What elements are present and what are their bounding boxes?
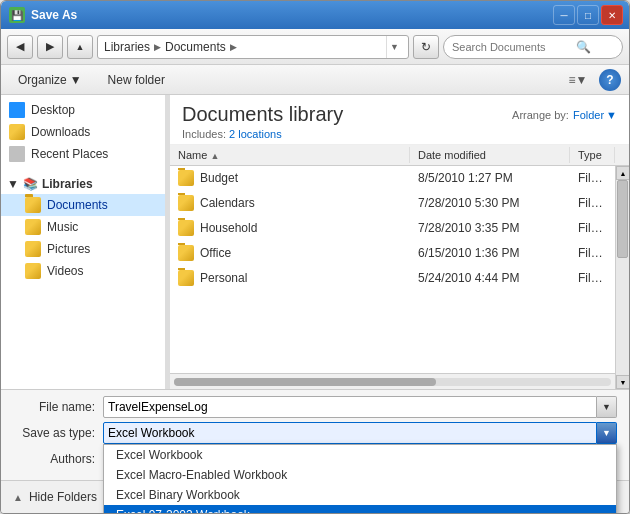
folder-icon [178, 195, 194, 211]
back-button[interactable]: ◀ [7, 35, 33, 59]
column-header-name[interactable]: Name ▲ [170, 147, 410, 163]
sidebar-item-label-downloads: Downloads [31, 125, 90, 139]
bottom-section: File name: ▼ Save as type: Excel Workboo… [1, 389, 629, 480]
savetype-label: Save as type: [13, 426, 103, 440]
library-locations-link[interactable]: 2 locations [229, 128, 282, 140]
hide-folders-button[interactable]: ▲ Hide Folders [13, 490, 97, 504]
sidebar-item-label-music: Music [47, 220, 78, 234]
file-type-cell: File fold... [570, 219, 615, 237]
actions-toolbar: Organize ▼ New folder ≡▼ ? [1, 65, 629, 95]
table-row[interactable]: Budget 8/5/2010 1:27 PM File fold... [170, 166, 615, 191]
forward-button[interactable]: ▶ [37, 35, 63, 59]
table-row[interactable]: Personal 5/24/2010 4:44 PM File fold... [170, 266, 615, 291]
help-button[interactable]: ? [599, 69, 621, 91]
file-date-cell: 7/28/2010 3:35 PM [410, 219, 570, 237]
sidebar-item-downloads[interactable]: Downloads [1, 121, 165, 143]
table-row[interactable]: Office 6/15/2010 1:36 PM File fold... [170, 241, 615, 266]
sidebar-item-recent[interactable]: Recent Places [1, 143, 165, 165]
file-name-cell: Personal [170, 268, 410, 288]
minimize-button[interactable]: ─ [553, 5, 575, 25]
sidebar-item-label-desktop: Desktop [31, 103, 75, 117]
main-area: Desktop Downloads Recent Places ▼ 📚 Libr… [1, 95, 629, 389]
horizontal-scrollbar[interactable] [170, 373, 615, 389]
file-type-cell: File fold... [570, 169, 615, 187]
column-header-type[interactable]: Type [570, 147, 615, 163]
savetype-option-excel-workbook[interactable]: Excel Workbook [104, 445, 616, 465]
help-label: ? [606, 73, 613, 87]
organize-button[interactable]: Organize ▼ [9, 70, 91, 90]
column-header-date[interactable]: Date modified [410, 147, 570, 163]
sidebar-item-videos[interactable]: Videos [1, 260, 165, 282]
title-bar: 💾 Save As ─ □ ✕ [1, 1, 629, 29]
address-libraries: Libraries [104, 40, 150, 54]
sidebar-item-desktop[interactable]: Desktop [1, 99, 165, 121]
filename-label: File name: [13, 400, 103, 414]
arrange-by-control: Arrange by: Folder ▼ [512, 109, 617, 121]
savetype-dropdown-menu: Excel Workbook Excel Macro-Enabled Workb… [103, 444, 617, 514]
libraries-section-header[interactable]: ▼ 📚 Libraries [1, 171, 165, 194]
vscroll-track [616, 180, 629, 375]
hide-folders-icon: ▲ [13, 492, 23, 503]
search-input[interactable] [452, 41, 572, 53]
address-dropdown-button[interactable]: ▼ [386, 36, 402, 58]
table-row[interactable]: Household 7/28/2010 3:35 PM File fold... [170, 216, 615, 241]
savetype-dropdown-button[interactable]: ▼ [597, 422, 617, 444]
library-subtitle: Includes: 2 locations [182, 128, 343, 140]
refresh-button[interactable]: ↻ [413, 35, 439, 59]
libraries-triangle-icon: ▼ [7, 177, 19, 191]
hscroll-thumb[interactable] [174, 378, 436, 386]
arrange-by-value[interactable]: Folder ▼ [573, 109, 617, 121]
title-bar-controls: ─ □ ✕ [553, 5, 623, 25]
desktop-icon [9, 102, 25, 118]
address-separator-2: ▶ [230, 42, 237, 52]
organize-label: Organize [18, 73, 67, 87]
window-icon: 💾 [9, 7, 25, 23]
filename-input[interactable] [103, 396, 597, 418]
vertical-scrollbar[interactable]: ▲ ▼ [615, 166, 629, 389]
navigation-panel: Desktop Downloads Recent Places ▼ 📚 Libr… [1, 95, 166, 389]
libraries-icon: 📚 [23, 177, 38, 191]
savetype-wrapper: Excel Workbook ▼ Excel Workbook Excel Ma… [103, 422, 617, 444]
sidebar-item-pictures[interactable]: Pictures [1, 238, 165, 260]
file-list: Budget 8/5/2010 1:27 PM File fold... Cal… [170, 166, 615, 373]
libraries-label: Libraries [42, 177, 93, 191]
search-icon: 🔍 [576, 40, 591, 54]
view-button[interactable]: ≡▼ [565, 68, 591, 92]
content-body: Budget 8/5/2010 1:27 PM File fold... Cal… [170, 166, 629, 389]
sidebar-item-documents[interactable]: Documents [1, 194, 165, 216]
save-as-dialog: 💾 Save As ─ □ ✕ ◀ ▶ ▲ Libraries ▶ Docume… [0, 0, 630, 514]
recent-icon [9, 146, 25, 162]
organize-arrow-icon: ▼ [70, 73, 82, 87]
hide-folders-label: Hide Folders [29, 490, 97, 504]
savetype-option-macro-enabled[interactable]: Excel Macro-Enabled Workbook [104, 465, 616, 485]
folder-icon [178, 245, 194, 261]
vscroll-down-button[interactable]: ▼ [616, 375, 629, 389]
filename-dropdown-button[interactable]: ▼ [597, 396, 617, 418]
vscroll-thumb[interactable] [617, 180, 628, 258]
search-box[interactable]: 🔍 [443, 35, 623, 59]
file-list-header: Name ▲ Date modified Type [170, 145, 629, 166]
pictures-icon [25, 241, 41, 257]
file-type-cell: File fold... [570, 194, 615, 212]
filename-input-wrapper: ▼ [103, 396, 617, 418]
vscroll-up-button[interactable]: ▲ [616, 166, 629, 180]
authors-label: Authors: [13, 452, 103, 466]
address-bar[interactable]: Libraries ▶ Documents ▶ ▼ [97, 35, 409, 59]
table-row[interactable]: Calendars 7/28/2010 5:30 PM File fold... [170, 191, 615, 216]
up-button[interactable]: ▲ [67, 35, 93, 59]
savetype-display[interactable]: Excel Workbook [103, 422, 597, 444]
file-date-cell: 7/28/2010 5:30 PM [410, 194, 570, 212]
folder-icon [178, 270, 194, 286]
file-area: Budget 8/5/2010 1:27 PM File fold... Cal… [170, 166, 615, 389]
maximize-button[interactable]: □ [577, 5, 599, 25]
library-title: Documents library [182, 103, 343, 126]
savetype-option-97-2003[interactable]: Excel 97-2003 Workbook [104, 505, 616, 514]
address-documents: Documents [165, 40, 226, 54]
hscroll-track [174, 378, 611, 386]
new-folder-button[interactable]: New folder [99, 70, 174, 90]
documents-folder-icon [25, 197, 41, 213]
savetype-option-binary[interactable]: Excel Binary Workbook [104, 485, 616, 505]
file-date-cell: 5/24/2010 4:44 PM [410, 269, 570, 287]
sidebar-item-music[interactable]: Music [1, 216, 165, 238]
close-button[interactable]: ✕ [601, 5, 623, 25]
